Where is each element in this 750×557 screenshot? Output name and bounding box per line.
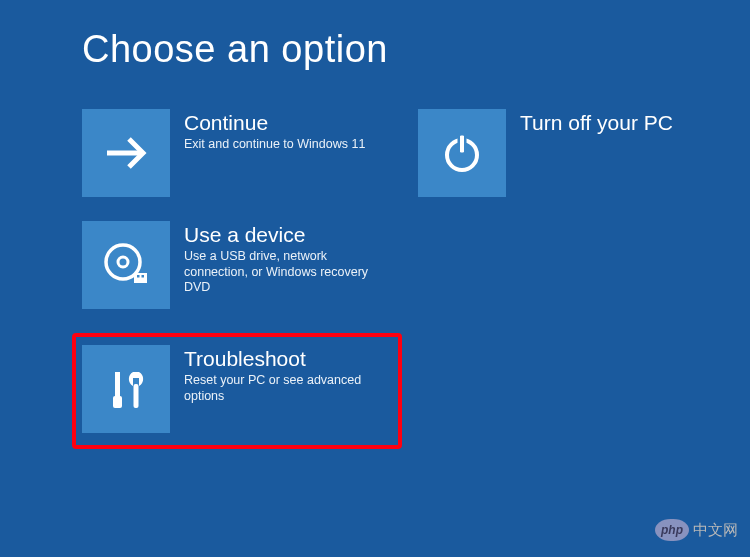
option-use-device[interactable]: Use a device Use a USB drive, network co… xyxy=(82,221,402,309)
arrow-right-icon xyxy=(82,109,170,197)
watermark-text: 中文网 xyxy=(693,521,738,540)
option-troubleshoot[interactable]: Troubleshoot Reset your PC or see advanc… xyxy=(72,333,402,449)
option-title: Troubleshoot xyxy=(184,347,384,371)
option-desc: Reset your PC or see advanced options xyxy=(184,373,384,404)
options-grid: Continue Exit and continue to Windows 11… xyxy=(82,109,750,449)
tools-icon xyxy=(82,345,170,433)
option-troubleshoot-text: Troubleshoot Reset your PC or see advanc… xyxy=(184,345,384,404)
page-title: Choose an option xyxy=(82,28,750,71)
svg-point-5 xyxy=(118,257,128,267)
svg-rect-11 xyxy=(134,384,139,408)
option-continue-text: Continue Exit and continue to Windows 11 xyxy=(184,109,365,153)
watermark-logo: php xyxy=(655,519,689,541)
disc-usb-icon xyxy=(82,221,170,309)
svg-rect-9 xyxy=(115,372,120,396)
grid-spacer xyxy=(418,221,738,309)
watermark: php 中文网 xyxy=(655,519,738,541)
option-title: Use a device xyxy=(184,223,384,247)
option-continue[interactable]: Continue Exit and continue to Windows 11 xyxy=(82,109,402,197)
option-turnoff[interactable]: Turn off your PC xyxy=(418,109,738,197)
option-title: Continue xyxy=(184,111,365,135)
svg-rect-10 xyxy=(113,396,122,408)
option-turnoff-text: Turn off your PC xyxy=(520,109,673,137)
option-desc: Use a USB drive, network connection, or … xyxy=(184,249,384,296)
option-desc: Exit and continue to Windows 11 xyxy=(184,137,365,153)
svg-rect-8 xyxy=(142,275,145,278)
option-use-device-text: Use a device Use a USB drive, network co… xyxy=(184,221,384,296)
option-title: Turn off your PC xyxy=(520,111,673,135)
svg-rect-7 xyxy=(137,275,140,278)
power-icon xyxy=(418,109,506,197)
svg-rect-6 xyxy=(134,273,147,283)
